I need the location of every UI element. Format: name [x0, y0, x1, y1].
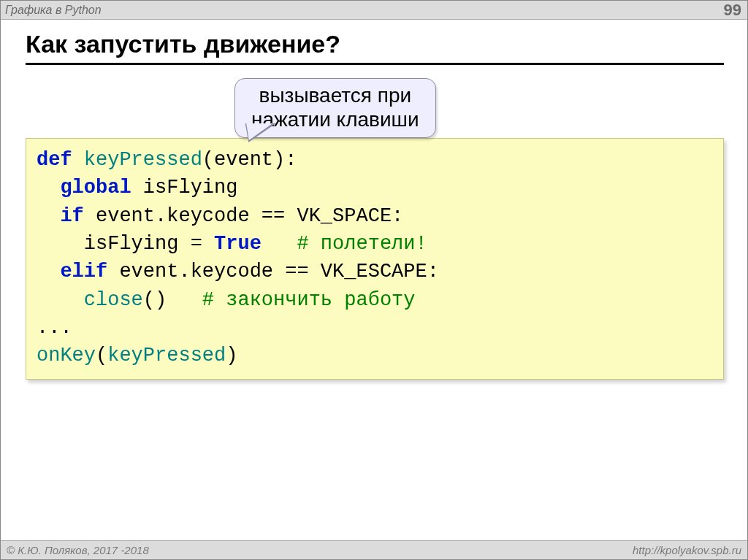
code-text: (event): — [202, 149, 297, 171]
footer-url: http://kpolyakov.spb.ru — [633, 544, 741, 556]
code-fn-onkey: onKey — [37, 345, 96, 367]
code-fn-arg: keyPressed — [107, 345, 226, 367]
code-text: isFlying — [131, 177, 238, 199]
code-comment: # полетели! — [297, 233, 427, 255]
code-kw-elif: elif — [37, 261, 107, 283]
code-text: ( — [96, 345, 107, 367]
footer-copyright: © К.Ю. Поляков, 2017 -2018 — [7, 544, 149, 556]
code-text: ) — [226, 345, 237, 367]
callout-line-2: нажатии клавиши — [251, 107, 419, 131]
page-number: 99 — [724, 1, 741, 20]
code-fn-close: close — [37, 289, 143, 311]
code-text: event.keycode == VK_ESCAPE: — [107, 261, 439, 283]
code-kw-if: if — [37, 205, 84, 227]
slide-title: Как запустить движение? — [26, 30, 724, 65]
code-text: isFlying = — [37, 233, 214, 255]
code-val-true: True — [214, 233, 262, 255]
code-kw-def: def — [37, 149, 72, 171]
code-text: ... — [37, 317, 72, 339]
code-block: def keyPressed(event): global isFlying i… — [26, 138, 724, 380]
code-comment: # закончить работу — [202, 289, 416, 311]
code-text: () — [143, 289, 202, 311]
callout-line-1: вызывается при — [251, 83, 419, 107]
header-title: Графика в Python — [5, 4, 102, 17]
code-text — [262, 233, 297, 255]
code-text: event.keycode == VK_SPACE: — [84, 205, 403, 227]
callout-container: вызывается при нажатии клавиши — [26, 78, 724, 138]
code-fn-name: keyPressed — [72, 149, 202, 171]
code-kw-global: global — [37, 177, 131, 199]
content-area: Как запустить движение? вызывается при н… — [1, 20, 747, 380]
footer-bar: © К.Ю. Поляков, 2017 -2018 http://kpolya… — [1, 540, 747, 559]
slide: Графика в Python 99 Как запустить движен… — [0, 0, 748, 560]
header-bar: Графика в Python 99 — [1, 1, 747, 20]
